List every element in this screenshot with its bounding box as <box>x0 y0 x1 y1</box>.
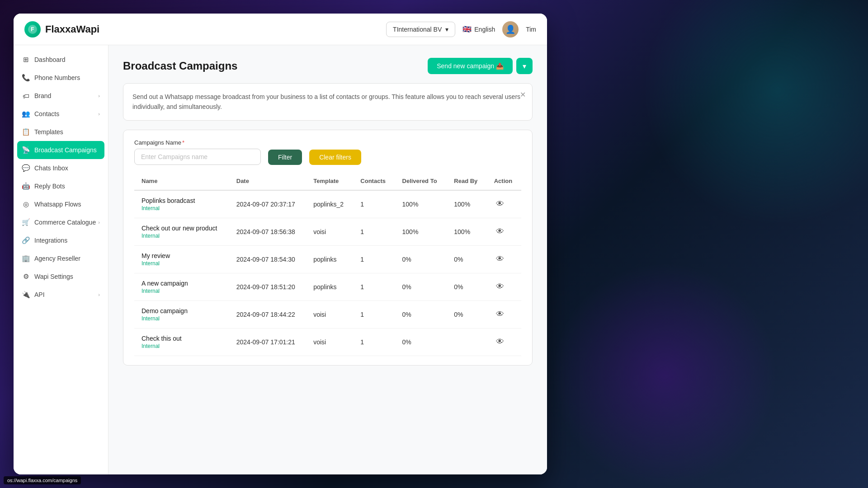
sidebar-item-label: Chats Inbox <box>34 164 68 172</box>
sidebar-item-label: Templates <box>34 128 63 136</box>
chats-inbox-icon: 💬 <box>22 164 30 172</box>
send-campaign-button[interactable]: Send new campaign 📤 <box>428 58 513 74</box>
clear-filters-button[interactable]: Clear filters <box>309 150 361 165</box>
integrations-icon: 🔗 <box>22 236 30 244</box>
campaign-delivered: 0% <box>395 300 447 328</box>
page-title: Broadcast Campaigns <box>123 60 237 72</box>
campaign-delivered: 0% <box>395 245 447 273</box>
sidebar-item-left: 📡 Broadcast Campaigns <box>22 146 97 154</box>
view-campaign-button[interactable]: 👁 <box>494 308 506 321</box>
campaign-template: poplinks <box>306 245 353 273</box>
campaign-action: 👁 <box>487 328 521 356</box>
contacts-icon: 👥 <box>22 110 30 118</box>
campaign-read-by <box>447 328 486 356</box>
sidebar-item-label: Integrations <box>34 237 67 244</box>
sidebar-item-phone-numbers[interactable]: 📞 Phone Numbers <box>14 69 108 87</box>
campaign-type: Internal <box>142 233 222 239</box>
page-header: Broadcast Campaigns Send new campaign 📤 … <box>123 58 533 74</box>
sidebar-item-left: 🔌 API <box>22 291 45 299</box>
sidebar-item-commerce-catalogue[interactable]: 🛒 Commerce Catalogue › <box>14 213 108 231</box>
sidebar-item-reply-bots[interactable]: 🤖 Reply Bots <box>14 177 108 195</box>
svg-text:F: F <box>31 26 34 33</box>
view-campaign-button[interactable]: 👁 <box>494 225 506 238</box>
col-header-delivered-to: Delivered To <box>395 172 447 190</box>
sidebar-item-left: 🤖 Reply Bots <box>22 182 65 190</box>
sidebar-item-api[interactable]: 🔌 API › <box>14 286 108 304</box>
view-campaign-button[interactable]: 👁 <box>494 280 506 293</box>
campaign-name-cell: My review Internal <box>134 245 229 273</box>
language-label: English <box>474 26 495 33</box>
banner-close-button[interactable]: ✕ <box>520 89 526 101</box>
org-selector[interactable]: TInternational BV ▾ <box>386 22 455 37</box>
sidebar: ⊞ Dashboard 📞 Phone Numbers 🏷 Brand › 👥 … <box>14 45 108 474</box>
campaign-name: Poplinks boradcast <box>142 197 222 204</box>
sidebar-item-dashboard[interactable]: ⊞ Dashboard <box>14 51 108 69</box>
whatsapp-flows-icon: ◎ <box>22 200 30 208</box>
table-body: Poplinks boradcast Internal 2024-09-07 2… <box>134 190 521 356</box>
view-campaign-button[interactable]: 👁 <box>494 335 506 348</box>
sidebar-item-brand[interactable]: 🏷 Brand › <box>14 87 108 105</box>
campaign-template: voisi <box>306 300 353 328</box>
user-name: Tim <box>526 26 536 33</box>
sidebar-item-label: Contacts <box>34 110 59 117</box>
view-campaign-button[interactable]: 👁 <box>494 197 506 211</box>
send-campaign-dropdown-button[interactable]: ▾ <box>516 58 533 74</box>
api-icon: 🔌 <box>22 291 30 299</box>
campaign-name: Check out our new product <box>142 225 222 232</box>
campaign-template: voisi <box>306 328 353 356</box>
sidebar-item-broadcast-campaigns[interactable]: 📡 Broadcast Campaigns <box>17 141 104 159</box>
table-row: Check this out Internal 2024-09-07 17:01… <box>134 328 521 356</box>
campaign-name-cell: Check this out Internal <box>134 328 229 356</box>
sidebar-item-label: Reply Bots <box>34 183 65 190</box>
filter-button[interactable]: Filter <box>268 150 302 165</box>
broadcast-campaigns-icon: 📡 <box>22 146 30 154</box>
sidebar-item-left: ⊞ Dashboard <box>22 56 66 64</box>
campaign-action: 👁 <box>487 190 521 218</box>
logo-area: F FlaxxaWapi <box>24 21 99 38</box>
campaigns-table-container: NameDateTemplateContactsDelivered ToRead… <box>134 172 521 356</box>
language-selector[interactable]: 🇬🇧 English <box>462 25 495 33</box>
table-row: Poplinks boradcast Internal 2024-09-07 2… <box>134 190 521 218</box>
chevron-icon: › <box>98 220 100 225</box>
view-campaign-button[interactable]: 👁 <box>494 253 506 266</box>
sidebar-item-label: Brand <box>34 92 51 99</box>
app-container: F FlaxxaWapi TInternational BV ▾ 🇬🇧 Engl… <box>14 14 547 474</box>
header: F FlaxxaWapi TInternational BV ▾ 🇬🇧 Engl… <box>14 14 547 45</box>
campaign-read-by: 100% <box>447 218 486 245</box>
table-row: My review Internal 2024-09-07 18:54:30 p… <box>134 245 521 273</box>
filter-table-section: Campaigns Name* Filter Clear filters Nam… <box>123 130 533 366</box>
sidebar-item-agency-reseller[interactable]: 🏢 Agency Reseller <box>14 249 108 267</box>
campaign-contacts: 1 <box>353 273 395 300</box>
info-banner-text: Send out a Whatsapp message broadcast fr… <box>132 93 520 110</box>
sidebar-item-templates[interactable]: 📋 Templates <box>14 123 108 141</box>
campaign-read-by: 0% <box>447 245 486 273</box>
campaigns-table: NameDateTemplateContactsDelivered ToRead… <box>134 172 521 356</box>
campaign-name: Check this out <box>142 335 222 342</box>
sidebar-item-left: 📋 Templates <box>22 128 63 136</box>
org-name: TInternational BV <box>393 26 442 33</box>
col-header-action: Action <box>487 172 521 190</box>
sidebar-item-wapi-settings[interactable]: ⚙ Wapi Settings <box>14 267 108 286</box>
header-actions: Send new campaign 📤 ▾ <box>428 58 533 74</box>
campaigns-name-input[interactable] <box>134 149 261 165</box>
sidebar-item-left: 👥 Contacts <box>22 110 59 118</box>
campaign-read-by: 0% <box>447 300 486 328</box>
campaign-action: 👁 <box>487 245 521 273</box>
col-header-template: Template <box>306 172 353 190</box>
sidebar-item-label: Commerce Catalogue <box>34 219 96 226</box>
campaign-delivered: 100% <box>395 218 447 245</box>
sidebar-item-left: ⚙ Wapi Settings <box>22 272 73 281</box>
col-header-contacts: Contacts <box>353 172 395 190</box>
col-header-name: Name <box>134 172 229 190</box>
sidebar-item-integrations[interactable]: 🔗 Integrations <box>14 231 108 249</box>
sidebar-item-left: ◎ Whatsapp Flows <box>22 200 81 208</box>
sidebar-item-contacts[interactable]: 👥 Contacts › <box>14 105 108 123</box>
logo-icon: F <box>24 21 41 38</box>
table-row: Demo campaign Internal 2024-09-07 18:44:… <box>134 300 521 328</box>
sidebar-item-label: Dashboard <box>34 56 66 63</box>
campaign-contacts: 1 <box>353 245 395 273</box>
chevron-icon: › <box>98 93 100 99</box>
sidebar-item-chats-inbox[interactable]: 💬 Chats Inbox <box>14 159 108 177</box>
sidebar-item-whatsapp-flows[interactable]: ◎ Whatsapp Flows <box>14 195 108 213</box>
phone-numbers-icon: 📞 <box>22 74 30 82</box>
